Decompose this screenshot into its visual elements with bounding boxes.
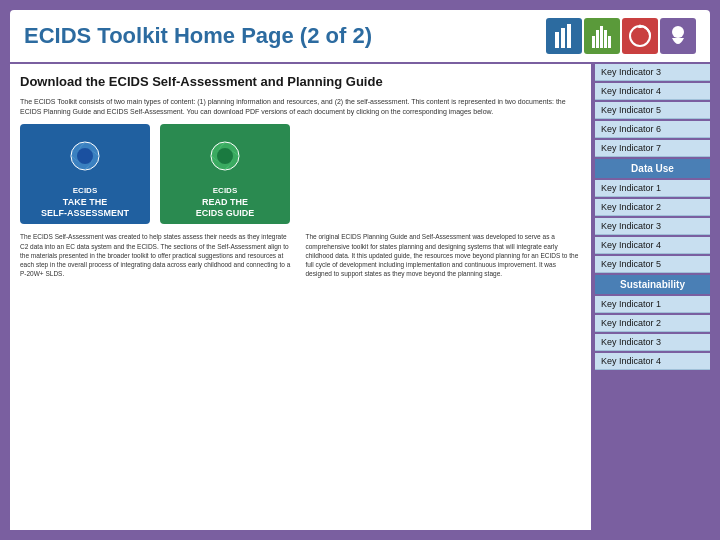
main-content: Download the ECIDS Self-Assessment and P… — [10, 64, 591, 530]
lower-text-row: The ECIDS Self-Assessment was created to… — [20, 232, 581, 277]
image2-ecids-label: ECIDS — [213, 186, 237, 195]
sidebar-item-s1-k7[interactable]: Key Indicator 7 — [595, 140, 710, 157]
svg-point-12 — [77, 148, 93, 164]
svg-point-10 — [672, 26, 684, 38]
svg-rect-4 — [596, 30, 599, 48]
sidebar-item-s1-k5[interactable]: Key Indicator 5 — [595, 102, 710, 119]
sidebar-item-s1-k3[interactable]: Key Indicator 3 — [595, 64, 710, 81]
sidebar-item-su-k3[interactable]: Key Indicator 3 — [595, 334, 710, 351]
sidebar-item-s1-k6[interactable]: Key Indicator 6 — [595, 121, 710, 138]
images-row: ECIDS TAKE THESELF-ASSESSMENT ECIDS READ… — [20, 124, 581, 224]
sidebar-item-du-k3[interactable]: Key Indicator 3 — [595, 218, 710, 235]
header: ECIDS Toolkit Home Page (2 of 2) — [10, 10, 710, 62]
ecids-guide-image[interactable]: ECIDS READ THEECIDS GUIDE — [160, 124, 290, 224]
sidebar-item-du-k5[interactable]: Key Indicator 5 — [595, 256, 710, 273]
main-body-text: The ECIDS Toolkit consists of two main t… — [20, 97, 581, 117]
logo-s1 — [546, 18, 582, 54]
svg-point-14 — [217, 148, 233, 164]
sidebar-item-du-k2[interactable]: Key Indicator 2 — [595, 199, 710, 216]
sidebar-item-su-k1[interactable]: Key Indicator 1 — [595, 296, 710, 313]
image2-label: READ THEECIDS GUIDE — [196, 197, 255, 219]
svg-rect-2 — [567, 24, 571, 48]
data-use-section-header: Data Use — [595, 159, 710, 178]
sidebar-item-du-k1[interactable]: Key Indicator 1 — [595, 180, 710, 197]
sidebar-item-su-k4[interactable]: Key Indicator 4 — [595, 353, 710, 370]
svg-rect-7 — [608, 36, 611, 48]
svg-rect-1 — [561, 28, 565, 48]
logo-area — [546, 18, 696, 54]
main-heading: Download the ECIDS Self-Assessment and P… — [20, 74, 581, 91]
image1-ecids-label: ECIDS — [73, 186, 97, 195]
image1-label: TAKE THESELF-ASSESSMENT — [41, 197, 129, 219]
sidebar-item-du-k4[interactable]: Key Indicator 4 — [595, 237, 710, 254]
lower-text-2: The original ECIDS Planning Guide and Se… — [306, 232, 582, 277]
sidebar: Key Indicator 3 Key Indicator 4 Key Indi… — [595, 64, 710, 530]
logo-m — [584, 18, 620, 54]
lower-text-1: The ECIDS Self-Assessment was created to… — [20, 232, 296, 277]
circular-diagram-2 — [195, 129, 255, 184]
self-assessment-image[interactable]: ECIDS TAKE THESELF-ASSESSMENT — [20, 124, 150, 224]
svg-rect-5 — [600, 26, 603, 48]
logo-s2 — [622, 18, 658, 54]
logo-t — [660, 18, 696, 54]
svg-rect-3 — [592, 36, 595, 48]
circular-diagram-1 — [55, 129, 115, 184]
main-container: ECIDS Toolkit Home Page (2 of 2) — [0, 0, 720, 540]
sustainability-section-header: Sustainability — [595, 275, 710, 294]
content-area: Download the ECIDS Self-Assessment and P… — [10, 64, 710, 530]
sidebar-item-su-k2[interactable]: Key Indicator 2 — [595, 315, 710, 332]
page-title: ECIDS Toolkit Home Page (2 of 2) — [24, 23, 372, 49]
sidebar-item-s1-k4[interactable]: Key Indicator 4 — [595, 83, 710, 100]
svg-rect-6 — [604, 30, 607, 48]
svg-rect-0 — [555, 32, 559, 48]
